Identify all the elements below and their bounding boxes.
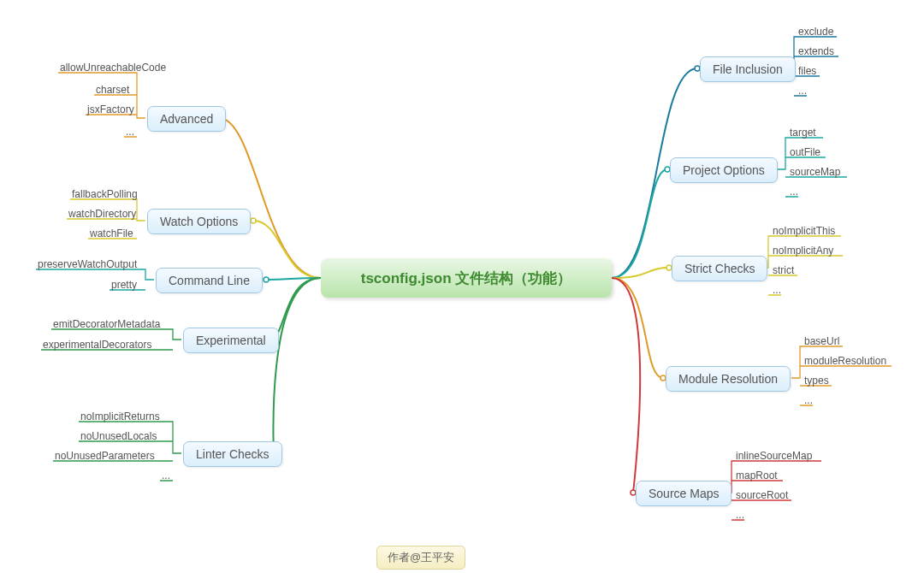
leaf-mr-1: moduleResolution	[804, 355, 886, 367]
leaf-fi-0: exclude	[798, 26, 833, 38]
leaf-sm-3: ...	[736, 509, 744, 521]
leaf-sc-0: noImplicitThis	[773, 225, 835, 237]
leaf-po-2: sourceMap	[790, 166, 840, 178]
leaf-exp-0: emitDecoratorMetadata	[53, 318, 160, 330]
branch-linter-checks[interactable]: Linter Checks	[183, 441, 282, 467]
leaf-mr-0: baseUrl	[804, 335, 839, 347]
branch-project-options[interactable]: Project Options	[670, 157, 778, 183]
center-title: tsconfig.json 文件结构（功能）	[361, 269, 572, 288]
leaf-sm-0: inlineSourceMap	[736, 450, 812, 462]
leaf-advanced-3: ...	[126, 126, 134, 138]
leaf-po-1: outFile	[790, 146, 820, 158]
leaf-watch-2: watchFile	[90, 227, 133, 239]
branch-source-maps[interactable]: Source Maps	[636, 481, 732, 506]
leaf-advanced-0: allowUnreachableCode	[60, 62, 166, 74]
leaf-sc-1: noImplicitAny	[773, 245, 833, 257]
leaf-sm-1: mapRoot	[736, 470, 778, 481]
leaf-mr-3: ...	[804, 394, 813, 406]
branch-file-inclusion[interactable]: File Inclusion	[700, 56, 796, 82]
leaf-advanced-2: jsxFactory	[87, 103, 134, 115]
leaf-watch-0: fallbackPolling	[72, 188, 138, 200]
leaf-lint-3: ...	[162, 470, 170, 481]
author-label: 作者@王平安	[376, 546, 465, 570]
branch-experimental[interactable]: Experimental	[183, 328, 279, 353]
leaf-cmd-1: pretty	[111, 279, 137, 291]
leaf-po-0: target	[790, 127, 816, 139]
leaf-fi-2: files	[798, 65, 816, 77]
svg-point-1	[251, 218, 256, 223]
leaf-mr-2: types	[804, 375, 829, 387]
leaf-sc-2: strict	[773, 264, 794, 276]
leaf-lint-0: noImplicitReturns	[80, 411, 160, 422]
svg-point-2	[264, 277, 269, 282]
leaf-advanced-1: charset	[96, 84, 129, 96]
leaf-po-3: ...	[790, 186, 798, 198]
leaf-fi-1: extends	[798, 45, 834, 57]
branch-advanced[interactable]: Advanced	[147, 106, 226, 132]
branch-strict-checks[interactable]: Strict Checks	[672, 256, 767, 281]
center-node[interactable]: tsconfig.json 文件结构（功能）	[321, 258, 612, 298]
leaf-sm-2: sourceRoot	[736, 489, 788, 501]
branch-watch-options[interactable]: Watch Options	[147, 209, 251, 234]
branch-command-line[interactable]: Command Line	[156, 268, 263, 293]
leaf-cmd-0: preserveWatchOutput	[38, 258, 137, 270]
leaf-lint-2: noUnusedParameters	[55, 450, 155, 462]
leaf-sc-3: ...	[773, 284, 781, 296]
branch-module-resolution[interactable]: Module Resolution	[666, 366, 791, 392]
leaf-watch-1: watchDirectory	[68, 208, 136, 220]
leaf-lint-1: noUnusedLocals	[80, 430, 157, 442]
leaf-exp-1: experimentalDecorators	[43, 339, 151, 351]
leaf-fi-3: ...	[798, 85, 807, 97]
